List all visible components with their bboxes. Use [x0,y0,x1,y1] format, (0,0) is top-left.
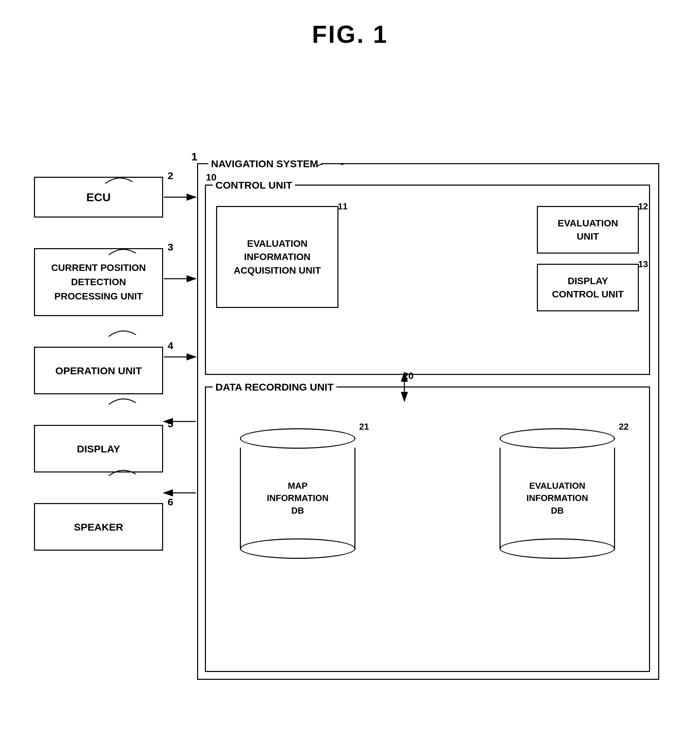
eval-unit-ref: 12 [638,200,648,212]
eval-db-top [500,428,615,449]
display-control-box: DISPLAYCONTROL UNIT 13 [537,264,639,311]
fig-title: FIG. 1 [0,0,700,48]
speaker-box: SPEAKER [34,503,163,551]
eval-unit-label: EVALUATIONUNIT [557,217,618,243]
control-unit-label: CONTROL UNIT [213,180,295,191]
nav-system-ref: 1 [191,150,197,163]
ecu-label: ECU [86,190,111,205]
diagram-container: ECU 2 CURRENT POSITIONDETECTIONPROCESSIN… [34,163,666,694]
nav-system-label: NAVIGATION SYSTEM [208,158,321,169]
map-db-ref: 21 [359,421,369,432]
data-recording-box: DATA RECORDING UNIT 20 MAPINFORMATIONDB … [205,386,650,672]
eval-db-bottom [500,538,615,559]
eval-info-acq-label: EVALUATIONINFORMATIONACQUISITION UNIT [234,237,321,277]
display-label: DISPLAY [77,442,120,455]
speaker-label: SPEAKER [74,520,123,534]
eval-info-acq-ref: 11 [338,200,348,212]
map-db-label: MAPINFORMATIONDB [267,480,329,517]
eval-unit-box: EVALUATIONUNIT 12 [537,206,639,253]
eval-info-acq-box: EVALUATIONINFORMATIONACQUISITION UNIT 11 [216,206,338,308]
map-db-body: MAPINFORMATIONDB [240,448,356,549]
map-db-top [240,428,356,449]
display-control-label: DISPLAYCONTROL UNIT [552,274,624,301]
eval-db-ref: 22 [619,421,629,432]
operation-unit-label: OPERATION UNIT [55,364,142,377]
display-box: DISPLAY [34,425,163,473]
eval-db-cylinder: EVALUATIONINFORMATIONDB 22 [500,428,615,549]
speaker-ref: 6 [168,496,173,508]
control-unit-box: CONTROL UNIT 10 EVALUATIONINFORMATIONACQ… [205,184,650,375]
display-ref: 5 [168,418,173,430]
operation-unit-ref: 4 [168,340,173,352]
eval-db-label: EVALUATIONINFORMATIONDB [526,480,588,517]
data-recording-label: DATA RECORDING UNIT [213,382,337,393]
left-boxes: ECU 2 CURRENT POSITIONDETECTIONPROCESSIN… [34,177,163,551]
current-pos-label: CURRENT POSITIONDETECTIONPROCESSING UNIT [51,261,146,303]
nav-system-box: NAVIGATION SYSTEM 1 CONTROL UNIT 10 EVAL… [197,163,659,680]
data-recording-ref: 20 [403,370,413,382]
control-unit-ref: 10 [206,172,216,183]
ecu-box: ECU [34,177,163,218]
display-control-ref: 13 [638,258,648,270]
current-pos-ref: 3 [168,241,173,253]
ecu-ref: 2 [168,170,173,181]
eval-db-body: EVALUATIONINFORMATIONDB [500,448,615,549]
current-pos-box: CURRENT POSITIONDETECTIONPROCESSING UNIT [34,248,163,316]
map-db-bottom [240,538,356,559]
operation-unit-box: OPERATION UNIT [34,347,163,394]
map-db-cylinder: MAPINFORMATIONDB 21 [240,428,356,549]
